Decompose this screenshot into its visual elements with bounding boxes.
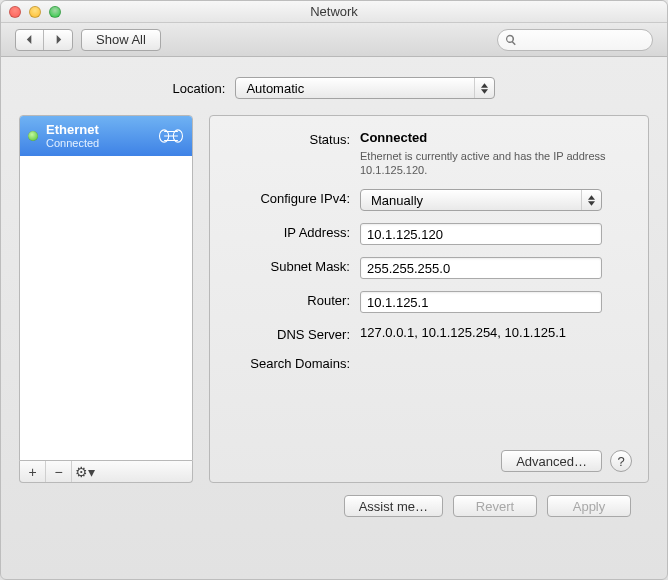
router-input[interactable] xyxy=(360,291,602,313)
network-preferences-window: Network Show All Location: Automatic xyxy=(0,0,668,580)
minimize-icon[interactable] xyxy=(29,6,41,18)
sidebar-tools: + − ⚙︎▾ xyxy=(19,461,193,483)
location-label: Location: xyxy=(173,81,226,96)
service-sidebar: Ethernet Connected + − ⚙︎▾ xyxy=(19,115,193,483)
search-domains-label: Search Domains: xyxy=(226,354,350,371)
chevron-right-icon xyxy=(54,35,63,44)
remove-service-button[interactable]: − xyxy=(46,461,72,482)
location-value: Automatic xyxy=(246,81,304,96)
main-panel: Status: Connected Ethernet is currently … xyxy=(209,115,649,483)
router-label: Router: xyxy=(226,291,350,308)
configure-ipv4-value: Manually xyxy=(371,193,423,208)
configure-ipv4-label: Configure IPv4: xyxy=(226,189,350,206)
window-controls xyxy=(9,6,61,18)
dns-server-label: DNS Server: xyxy=(226,325,350,342)
toolbar: Show All xyxy=(1,23,667,57)
window-title: Network xyxy=(1,4,667,19)
action-menu-button[interactable]: ⚙︎▾ xyxy=(72,461,98,482)
back-button[interactable] xyxy=(16,30,44,50)
close-icon[interactable] xyxy=(9,6,21,18)
titlebar: Network xyxy=(1,1,667,23)
updown-icon xyxy=(581,190,601,210)
help-button[interactable]: ? xyxy=(610,450,632,472)
service-list[interactable]: Ethernet Connected xyxy=(19,115,193,461)
service-item-ethernet[interactable]: Ethernet Connected xyxy=(20,116,192,156)
subnet-mask-input[interactable] xyxy=(360,257,602,279)
service-status: Connected xyxy=(46,137,150,149)
chevron-left-icon xyxy=(25,35,34,44)
configure-ipv4-popup[interactable]: Manually xyxy=(360,189,602,211)
ethernet-icon xyxy=(158,127,184,145)
search-field[interactable] xyxy=(497,29,653,51)
assist-me-button[interactable]: Assist me… xyxy=(344,495,443,517)
dns-server-value: 127.0.0.1, 10.1.125.254, 10.1.125.1 xyxy=(360,325,632,340)
ip-address-label: IP Address: xyxy=(226,223,350,240)
ip-address-input[interactable] xyxy=(360,223,602,245)
show-all-button[interactable]: Show All xyxy=(81,29,161,51)
forward-button[interactable] xyxy=(44,30,72,50)
content: Location: Automatic Ethernet Connected xyxy=(1,57,667,525)
footer: Assist me… Revert Apply xyxy=(19,483,649,517)
status-label: Status: xyxy=(226,130,350,147)
advanced-button[interactable]: Advanced… xyxy=(501,450,602,472)
location-popup[interactable]: Automatic xyxy=(235,77,495,99)
add-service-button[interactable]: + xyxy=(20,461,46,482)
zoom-icon[interactable] xyxy=(49,6,61,18)
location-row: Location: Automatic xyxy=(19,77,649,99)
nav-segmented xyxy=(15,29,73,51)
status-detail: Ethernet is currently active and has the… xyxy=(360,149,620,177)
status-dot-icon xyxy=(28,131,38,141)
status-value: Connected xyxy=(360,130,632,145)
revert-button[interactable]: Revert xyxy=(453,495,537,517)
updown-icon xyxy=(474,78,494,98)
search-input[interactable] xyxy=(497,29,653,51)
apply-button[interactable]: Apply xyxy=(547,495,631,517)
search-icon xyxy=(505,34,517,46)
service-name: Ethernet xyxy=(46,123,150,137)
subnet-mask-label: Subnet Mask: xyxy=(226,257,350,274)
